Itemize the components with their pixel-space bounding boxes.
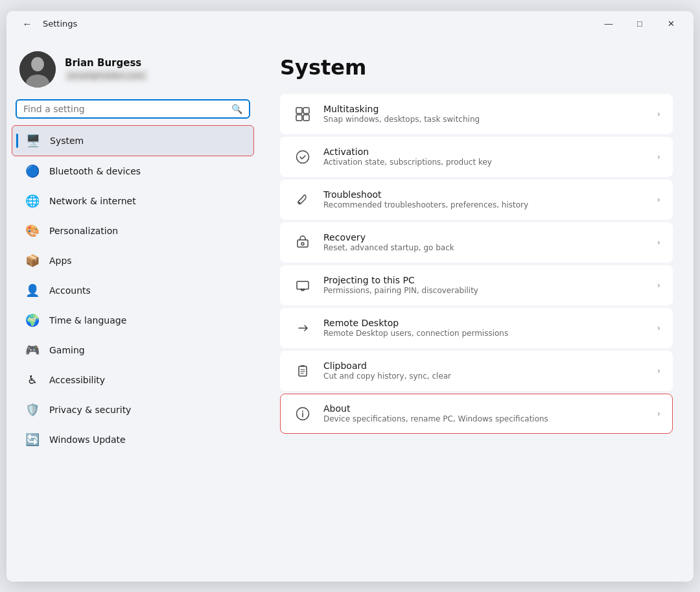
settings-desc-clipboard: Cut and copy history, sync, clear <box>323 372 647 381</box>
sidebar-item-time[interactable]: 🌍 Time & language <box>12 305 254 335</box>
nav-icon-time: 🌍 <box>25 313 40 328</box>
settings-item-activation[interactable]: Activation Activation state, subscriptio… <box>280 137 673 177</box>
svg-rect-6 <box>303 115 309 121</box>
sidebar-item-apps[interactable]: 📦 Apps <box>12 246 254 276</box>
settings-title-recovery: Recovery <box>323 232 647 243</box>
settings-item-troubleshoot[interactable]: Troubleshoot Recommended troubleshooters… <box>280 180 673 220</box>
svg-point-14 <box>302 410 303 412</box>
titlebar-left: ← Settings <box>18 15 77 33</box>
maximize-button[interactable]: □ <box>625 13 655 35</box>
svg-point-1 <box>31 57 44 71</box>
sidebar-item-system[interactable]: 🖥️ System <box>12 125 254 156</box>
settings-item-clipboard[interactable]: Clipboard Cut and copy history, sync, cl… <box>280 351 673 391</box>
settings-icon-about <box>292 403 313 424</box>
svg-rect-11 <box>297 281 309 289</box>
sidebar-item-privacy[interactable]: 🛡️ Privacy & security <box>12 395 254 425</box>
settings-icon-recovery <box>292 232 313 253</box>
svg-point-10 <box>301 243 304 245</box>
nav-label-update: Windows Update <box>49 434 126 445</box>
settings-list: Multitasking Snap windows, desktops, tas… <box>280 94 673 434</box>
chevron-icon-projecting: › <box>657 280 660 290</box>
nav-icon-accessibility: ♿ <box>25 372 40 388</box>
nav-icon-accounts: 👤 <box>25 283 40 298</box>
user-email: email@hidden.com <box>65 70 148 82</box>
settings-title-troubleshoot: Troubleshoot <box>323 189 647 200</box>
nav-label-bluetooth: Bluetooth & devices <box>49 166 141 176</box>
settings-desc-remote-desktop: Remote Desktop users, connection permiss… <box>323 329 647 338</box>
window-controls: — □ ✕ <box>594 13 686 35</box>
chevron-icon-multitasking: › <box>657 109 660 119</box>
svg-rect-4 <box>303 108 309 113</box>
titlebar: ← Settings — □ ✕ <box>6 11 694 37</box>
settings-item-remote-desktop[interactable]: Remote Desktop Remote Desktop users, con… <box>280 308 673 348</box>
settings-title-multitasking: Multitasking <box>323 104 647 114</box>
sidebar-item-network[interactable]: 🌐 Network & internet <box>12 186 254 216</box>
settings-item-recovery[interactable]: Recovery Reset, advanced startup, go bac… <box>280 222 673 263</box>
nav-icon-privacy: 🛡️ <box>25 402 40 418</box>
user-section[interactable]: Brian Burgess email@hidden.com <box>6 43 259 99</box>
nav-label-privacy: Privacy & security <box>49 405 131 415</box>
svg-rect-9 <box>298 240 308 247</box>
chevron-icon-activation: › <box>657 152 660 161</box>
nav-list: 🖥️ System 🔵 Bluetooth & devices 🌐 Networ… <box>6 125 259 455</box>
settings-title-about: About <box>323 403 647 414</box>
settings-title-clipboard: Clipboard <box>323 361 647 371</box>
sidebar-item-personalization[interactable]: 🎨 Personalization <box>12 216 254 246</box>
chevron-icon-remote-desktop: › <box>657 323 660 333</box>
sidebar-item-update[interactable]: 🔄 Windows Update <box>12 425 254 455</box>
settings-icon-remote-desktop <box>292 318 313 338</box>
settings-desc-troubleshoot: Recommended troubleshooters, preferences… <box>323 200 647 209</box>
sidebar-item-gaming[interactable]: 🎮 Gaming <box>12 335 254 365</box>
settings-icon-troubleshoot <box>292 189 313 210</box>
settings-desc-recovery: Reset, advanced startup, go back <box>323 243 647 252</box>
settings-desc-activation: Activation state, subscriptions, product… <box>323 158 647 167</box>
minimize-button[interactable]: — <box>594 13 624 35</box>
main-content: Brian Burgess email@hidden.com 🔍 🖥️ Syst… <box>6 37 694 582</box>
settings-icon-projecting <box>292 275 313 296</box>
sidebar-item-accounts[interactable]: 👤 Accounts <box>12 276 254 305</box>
svg-point-8 <box>299 202 301 204</box>
nav-label-system: System <box>50 136 84 146</box>
nav-label-apps: Apps <box>49 255 72 266</box>
main-panel: System Multitasking Snap windows, deskto… <box>259 37 694 582</box>
settings-title-activation: Activation <box>323 147 647 157</box>
settings-icon-multitasking <box>292 104 313 124</box>
settings-icon-clipboard <box>292 361 313 381</box>
nav-icon-update: 🔄 <box>25 432 40 447</box>
chevron-icon-troubleshoot: › <box>657 195 660 204</box>
svg-rect-5 <box>296 115 302 121</box>
avatar <box>19 51 56 88</box>
settings-title-projecting: Projecting to this PC <box>323 275 647 285</box>
sidebar-item-bluetooth[interactable]: 🔵 Bluetooth & devices <box>12 156 254 186</box>
nav-icon-bluetooth: 🔵 <box>25 163 40 179</box>
chevron-icon-recovery: › <box>657 237 660 247</box>
svg-point-7 <box>297 150 309 163</box>
chevron-icon-clipboard: › <box>657 366 660 375</box>
search-box[interactable]: 🔍 <box>16 99 250 119</box>
nav-icon-network: 🌐 <box>25 193 40 209</box>
settings-desc-about: Device specifications, rename PC, Window… <box>323 414 647 423</box>
back-button[interactable]: ← <box>18 15 36 33</box>
settings-item-projecting[interactable]: Projecting to this PC Permissions, pairi… <box>280 265 673 305</box>
nav-icon-system: 🖥️ <box>25 133 41 148</box>
settings-window: ← Settings — □ ✕ <box>6 11 694 582</box>
settings-icon-activation <box>292 147 313 167</box>
sidebar-item-accessibility[interactable]: ♿ Accessibility <box>12 365 254 395</box>
settings-item-about[interactable]: About Device specifications, rename PC, … <box>280 394 673 434</box>
nav-label-network: Network & internet <box>49 196 136 206</box>
settings-item-multitasking[interactable]: Multitasking Snap windows, desktops, tas… <box>280 94 673 134</box>
nav-label-personalization: Personalization <box>49 226 118 236</box>
close-button[interactable]: ✕ <box>656 13 686 35</box>
search-icon: 🔍 <box>231 104 242 114</box>
nav-label-time: Time & language <box>49 315 126 326</box>
nav-label-gaming: Gaming <box>49 345 85 355</box>
svg-rect-3 <box>296 108 302 113</box>
settings-title-remote-desktop: Remote Desktop <box>323 318 647 328</box>
settings-desc-projecting: Permissions, pairing PIN, discoverabilit… <box>323 286 647 295</box>
nav-label-accounts: Accounts <box>49 285 91 296</box>
settings-desc-multitasking: Snap windows, desktops, task switching <box>323 115 647 124</box>
sidebar: Brian Burgess email@hidden.com 🔍 🖥️ Syst… <box>6 37 259 582</box>
window-title: Settings <box>43 19 77 29</box>
nav-label-accessibility: Accessibility <box>49 375 105 385</box>
search-input[interactable] <box>23 104 226 114</box>
